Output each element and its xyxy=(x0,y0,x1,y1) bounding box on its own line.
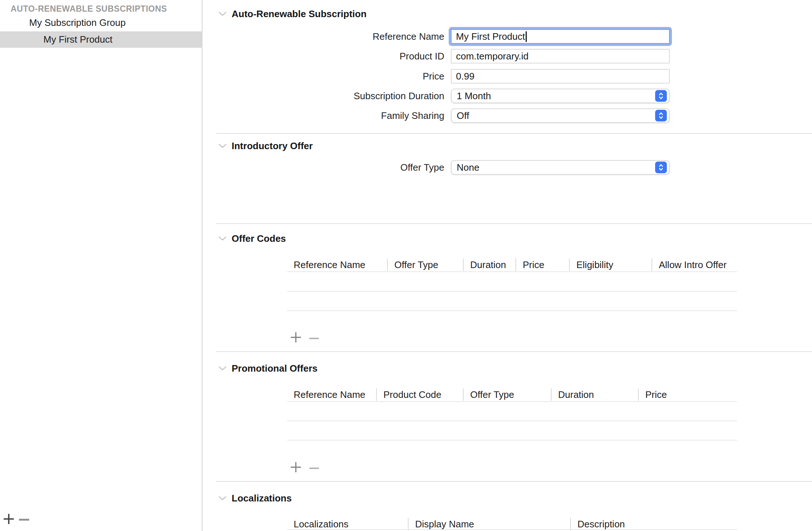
popup-stepper-icon xyxy=(655,90,667,102)
sidebar-remove-button[interactable] xyxy=(16,511,32,527)
column-header: Allow Intro Offer xyxy=(652,259,737,271)
column-header: Duration xyxy=(552,388,639,401)
plus-icon xyxy=(3,513,15,526)
minus-icon xyxy=(309,465,319,470)
column-header: Reference Name xyxy=(287,388,377,401)
column-header: Description xyxy=(571,518,737,530)
family-sharing-popup[interactable]: Off xyxy=(451,108,670,123)
column-header: Offer Type xyxy=(464,388,552,401)
subscription-duration-label: Subscription Duration xyxy=(202,89,444,103)
localizations-table-header: Localizations Display Name Description xyxy=(287,518,737,530)
section-header-auto-renewable-subscription: Auto-Renewable Subscription xyxy=(218,7,367,20)
section-header-promotional-offers: Promotional Offers xyxy=(218,362,317,375)
column-header: Localizations xyxy=(287,518,409,530)
section-divider xyxy=(216,351,812,352)
section-title: Auto-Renewable Subscription xyxy=(232,8,367,20)
table-row-separator xyxy=(287,529,737,530)
section-title: Localizations xyxy=(232,493,292,504)
product-id-input[interactable] xyxy=(451,49,670,63)
promotional-offers-add-button[interactable] xyxy=(288,460,304,476)
column-header: Reference Name xyxy=(287,259,388,271)
sidebar: AUTO-RENEWABLE SUBSCRIPTIONS My Subscrip… xyxy=(0,0,202,531)
column-header: Eligibility xyxy=(570,259,652,271)
popup-stepper-icon xyxy=(655,162,667,173)
chevron-down-icon[interactable] xyxy=(218,234,227,243)
sidebar-item-first-product[interactable]: My First Product xyxy=(0,31,202,48)
price-input[interactable] xyxy=(451,69,670,84)
section-title: Introductory Offer xyxy=(232,140,313,152)
offer-codes-table-header: Reference Name Offer Type Duration Price… xyxy=(287,259,737,271)
minus-icon xyxy=(309,335,319,341)
column-header: Offer Type xyxy=(388,259,464,271)
sidebar-section-header: AUTO-RENEWABLE SUBSCRIPTIONS xyxy=(11,4,167,14)
section-title: Offer Codes xyxy=(232,233,286,244)
table-row-separator xyxy=(287,271,737,272)
column-header: Price xyxy=(639,388,737,401)
promotional-offers-remove-button[interactable] xyxy=(306,460,322,476)
product-id-label: Product ID xyxy=(202,49,444,63)
column-header: Display Name xyxy=(409,518,571,530)
reference-name-input[interactable]: My First Product xyxy=(451,29,670,44)
reference-name-label: Reference Name xyxy=(202,29,444,44)
editor-panel: Auto-Renewable Subscription Reference Na… xyxy=(202,0,812,531)
section-divider xyxy=(216,133,812,134)
table-row-separator xyxy=(287,440,737,441)
promotional-offers-table-header: Reference Name Product Code Offer Type D… xyxy=(287,388,737,401)
plus-icon xyxy=(290,332,301,344)
table-row-separator xyxy=(287,310,737,311)
plus-icon xyxy=(290,462,301,474)
section-header-localizations: Localizations xyxy=(218,492,292,505)
column-header: Duration xyxy=(464,259,516,271)
offer-type-label: Offer Type xyxy=(202,160,444,175)
chevron-down-icon[interactable] xyxy=(218,9,227,19)
chevron-down-icon[interactable] xyxy=(218,493,227,503)
offer-type-popup[interactable]: None xyxy=(451,160,670,175)
section-divider xyxy=(216,223,812,224)
chevron-down-icon[interactable] xyxy=(218,141,227,151)
popup-stepper-icon xyxy=(655,110,667,121)
section-header-introductory-offer: Introductory Offer xyxy=(218,139,313,152)
minus-icon xyxy=(19,517,30,522)
table-row-separator xyxy=(287,401,737,402)
section-title: Promotional Offers xyxy=(232,363,317,374)
sidebar-item-subscription-group[interactable]: My Subscription Group xyxy=(0,17,202,28)
text-cursor xyxy=(526,31,527,42)
section-header-offer-codes: Offer Codes xyxy=(218,232,286,245)
family-sharing-label: Family Sharing xyxy=(202,108,444,123)
subscription-duration-popup[interactable]: 1 Month xyxy=(451,89,670,103)
chevron-down-icon[interactable] xyxy=(218,364,227,373)
price-label: Price xyxy=(202,69,444,84)
table-row-separator xyxy=(287,420,737,421)
sidebar-actions xyxy=(0,511,202,527)
sidebar-add-button[interactable] xyxy=(1,511,17,527)
column-header: Price xyxy=(516,259,570,271)
offer-codes-remove-button[interactable] xyxy=(306,330,322,346)
section-divider xyxy=(216,481,812,482)
table-row-separator xyxy=(287,291,737,292)
column-header: Product Code xyxy=(377,388,464,401)
offer-codes-add-button[interactable] xyxy=(288,330,304,346)
